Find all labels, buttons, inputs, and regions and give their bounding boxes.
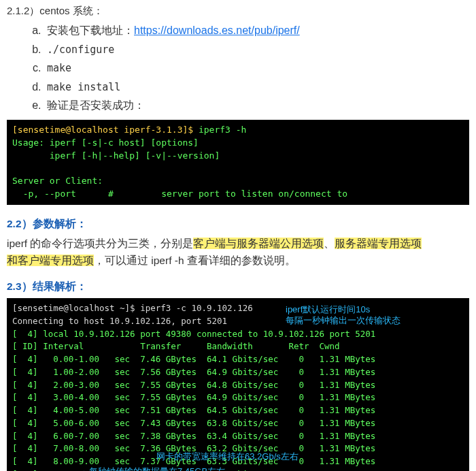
term1-opt-port: -p, --port # server port to listen on/co… xyxy=(12,189,347,199)
terminal-result-wrap: [sensetime@localhost ~]$ iperf3 -c 10.9.… xyxy=(7,298,469,471)
terminal-help-output: [sensetime@localhost iperf-3.1.3]$ iperf… xyxy=(7,120,469,205)
step-a-label: 安装包下载地址： xyxy=(47,25,134,36)
hl-client: 客户端专用选项 xyxy=(18,255,94,266)
section-2-2-title: 2.2）参数解析： xyxy=(7,216,469,233)
term2-connect: Connecting to host 10.9.102.126, port 52… xyxy=(12,316,227,326)
hl-server2: 和 xyxy=(7,255,18,266)
section-2-2-para: iperf 的命令行选项共分为三类，分别是客户端与服务器端公用选项、服务器端专用… xyxy=(7,236,469,270)
hl-common: 客户端与服务器端公用选项 xyxy=(193,238,324,249)
terminal-result-output: [sensetime@localhost ~]$ iperf3 -c 10.9.… xyxy=(7,298,469,471)
section-2-1-2-title: 2.1.2）centos 系统： xyxy=(7,3,469,19)
term1-usage1: Usage: iperf [-s|-c host] [options] xyxy=(12,137,199,148)
table-row: [ 4] 8.00-9.00 sec 7.37 GBytes 63.3 Gbit… xyxy=(12,456,375,466)
step-d: make install xyxy=(44,78,469,96)
install-steps-list: 安装包下载地址：https://downloads.es.net/pub/ipe… xyxy=(7,22,469,114)
term2-hdr: [ ID] Interval Transfer Bandwidth Retr C… xyxy=(12,341,340,351)
table-row: [ 4] 1.00-2.00 sec 7.56 GBytes 64.9 Gbit… xyxy=(12,367,375,377)
table-row: [ 4] 4.00-5.00 sec 7.51 GBytes 64.5 Gbit… xyxy=(12,405,375,415)
step-e: 验证是否安装成功： xyxy=(44,97,469,114)
hl-server: 服务器端专用选项 xyxy=(335,238,422,249)
step-e-label: 验证是否安装成功： xyxy=(47,99,145,111)
step-b-cmd: ./configure xyxy=(47,44,114,56)
term1-cmd: iperf3 -h xyxy=(199,125,246,135)
term1-prompt: [sensetime@localhost iperf-3.1.3]$ xyxy=(12,125,199,135)
term2-cmd: iperf3 -c 10.9.102.126 xyxy=(140,303,253,313)
table-row: [ 4] 2.00-3.00 sec 7.55 GBytes 64.8 Gbit… xyxy=(12,380,375,390)
section-2-3-title: 2.3）结果解析： xyxy=(7,278,469,295)
table-row: [ 4] 6.00-7.00 sec 7.38 GBytes 63.4 Gbit… xyxy=(12,431,375,441)
table-row: [ 4] 0.00-1.00 sec 7.46 GBytes 64.1 Gbit… xyxy=(12,354,375,364)
step-c: make xyxy=(44,59,469,77)
download-link[interactable]: https://downloads.es.net/pub/iperf/ xyxy=(134,25,300,36)
term2-local: [ 4] local 10.9.102.126 port 49380 conne… xyxy=(12,329,375,339)
term1-usage2: iperf [-h|--help] [-v|--version] xyxy=(12,150,220,161)
term2-prompt: [sensetime@localhost ~]$ xyxy=(12,303,140,313)
table-row: [ 4] 5.00-6.00 sec 7.43 GBytes 63.8 Gbit… xyxy=(12,418,375,428)
term1-section: Server or Client: xyxy=(12,176,103,186)
step-a: 安装包下载地址：https://downloads.es.net/pub/ipe… xyxy=(44,22,469,39)
table-row: [ 4] 3.00-4.00 sec 7.55 GBytes 64.9 Gbit… xyxy=(12,392,375,402)
step-d-cmd: make install xyxy=(47,81,120,93)
table-row: [ 4] 7.00-8.00 sec 7.36 GBytes 63.2 Gbit… xyxy=(12,443,375,453)
step-c-cmd: make xyxy=(47,62,71,74)
step-b: ./configure xyxy=(44,41,469,59)
